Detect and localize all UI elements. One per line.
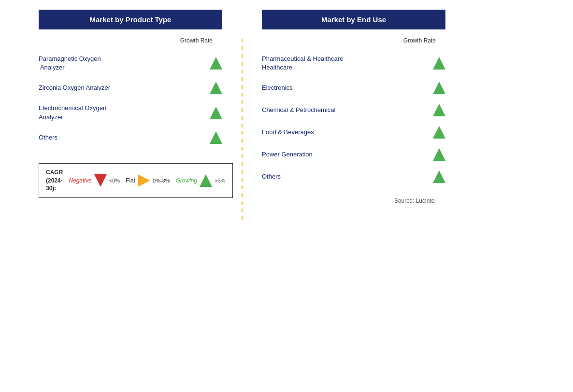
list-item: Pharmaceutical & HealthcareHealthcare xyxy=(262,50,445,77)
arrow-up-icon xyxy=(433,148,445,161)
legend-negative: Negative <0% xyxy=(69,174,120,187)
list-item: Power Generation xyxy=(262,143,445,166)
legend-negative-range: <0% xyxy=(109,178,120,183)
item-label-pharma: Pharmaceutical & HealthcareHealthcare xyxy=(262,55,433,72)
legend-flat-range: 0%-3% xyxy=(153,178,170,183)
item-label-paramagnetic: Paramagnetic Oxygen Analyzer xyxy=(39,55,210,72)
legend-growing-range: >3% xyxy=(215,178,225,183)
right-growth-rate-label: Growth Rate xyxy=(403,37,441,44)
list-item: Others xyxy=(262,166,445,188)
arrow-up-green-icon xyxy=(200,174,212,187)
legend-title-line2: (2024-30): xyxy=(46,177,63,193)
list-item: Paramagnetic Oxygen Analyzer xyxy=(39,50,222,77)
arrow-right-orange-icon xyxy=(138,174,150,187)
left-panel: Market by Product Type Growth Rate Param… xyxy=(29,10,232,222)
left-panel-header: Market by Product Type xyxy=(39,10,222,29)
arrow-up-icon xyxy=(433,57,445,70)
legend-box: CAGR (2024-30): Negative <0% Flat 0%-3% … xyxy=(39,163,233,198)
list-item: Others xyxy=(39,126,222,149)
dashed-line xyxy=(242,39,243,222)
legend-title-line1: CAGR xyxy=(46,168,63,177)
arrow-up-icon xyxy=(210,131,222,144)
arrow-up-icon xyxy=(433,170,445,183)
arrow-down-red-icon xyxy=(94,174,107,187)
list-item: Electronics xyxy=(262,77,445,99)
legend-growing-label: Growing xyxy=(176,177,198,184)
arrow-up-icon xyxy=(210,82,222,94)
source-text: Source: Lucintel xyxy=(262,197,445,204)
arrow-up-icon xyxy=(433,82,445,94)
item-label-zirconia: Zirconia Oxygen Analyzer xyxy=(39,84,210,92)
arrow-up-icon xyxy=(433,104,445,116)
arrow-up-icon xyxy=(210,57,222,70)
right-panel: Market by End Use Growth Rate Pharmaceut… xyxy=(252,10,455,222)
item-label-electrochemical: Electrochemical OxygenAnalyzer xyxy=(39,104,210,121)
item-label-others-left: Others xyxy=(39,133,210,142)
right-items-container: Pharmaceutical & HealthcareHealthcare El… xyxy=(262,50,445,188)
divider xyxy=(242,10,243,222)
list-item: Zirconia Oxygen Analyzer xyxy=(39,77,222,99)
right-panel-header: Market by End Use xyxy=(262,10,445,29)
item-label-electronics: Electronics xyxy=(262,84,433,92)
left-growth-rate-label: Growth Rate xyxy=(180,37,217,44)
arrow-up-icon xyxy=(433,126,445,139)
item-label-chemical: Chemical & Petrochemical xyxy=(262,106,433,114)
legend-flat-label: Flat xyxy=(126,177,135,184)
legend-negative-label: Negative xyxy=(69,177,91,184)
arrow-up-icon xyxy=(210,107,222,119)
list-item: Chemical & Petrochemical xyxy=(262,99,445,121)
legend-growing: Growing >3% xyxy=(176,174,226,187)
item-label-others-right: Others xyxy=(262,172,433,181)
item-label-power: Power Generation xyxy=(262,150,433,159)
list-item: Food & Beverages xyxy=(262,121,445,143)
list-item: Electrochemical OxygenAnalyzer xyxy=(39,99,222,126)
legend-flat: Flat 0%-3% xyxy=(126,174,170,187)
item-label-food: Food & Beverages xyxy=(262,128,433,137)
left-items-container: Paramagnetic Oxygen Analyzer Zirconia Ox… xyxy=(39,50,222,149)
